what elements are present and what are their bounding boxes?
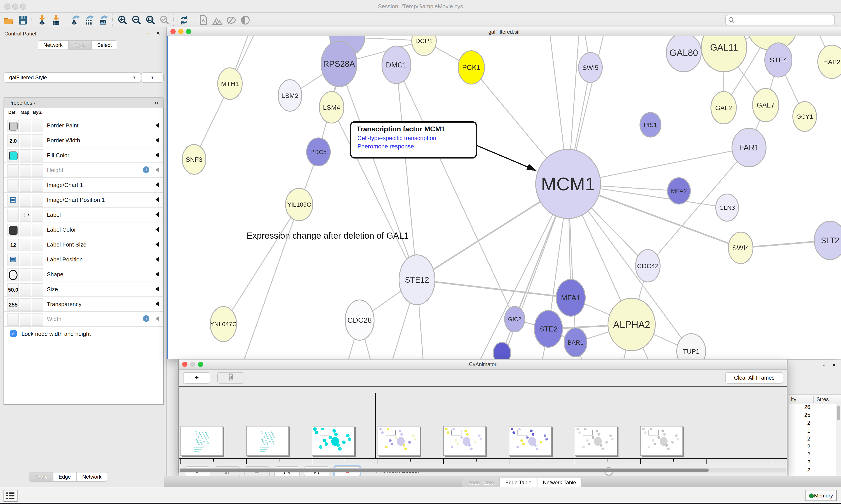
default-value-cell[interactable] (7, 313, 19, 326)
frame-thumbnail-3[interactable] (312, 426, 354, 456)
network-node-hap2[interactable]: HAP2 (818, 45, 841, 78)
network-node-swi5[interactable]: SWI5 (579, 53, 602, 82)
collapse-arrow-icon[interactable] (156, 316, 159, 321)
property-row-size[interactable]: 50.0Size (4, 282, 163, 297)
collapse-arrow-icon[interactable] (156, 301, 159, 307)
default-value-cell[interactable] (7, 268, 19, 281)
network-node-rps28a[interactable]: RPS28A (321, 41, 357, 87)
default-value-cell[interactable] (7, 209, 19, 221)
collapse-arrow-icon[interactable] (156, 286, 159, 292)
network-node-gal80[interactable]: GAL80 (666, 36, 701, 72)
delete-frame-button[interactable] (217, 372, 245, 383)
results-row[interactable]: 2 (789, 451, 841, 459)
bypass-cell[interactable] (32, 313, 43, 326)
tab-edge[interactable]: Edge (53, 472, 76, 482)
results-table-header[interactable]: ity Stres (789, 395, 841, 404)
frame-thumbnail-4[interactable] (378, 426, 420, 456)
import-network-icon[interactable] (37, 15, 47, 25)
network-node-ynl047c[interactable]: YNL047C (210, 307, 236, 342)
property-row-height[interactable]: Heighti (4, 163, 163, 178)
network-node-ste12[interactable]: STE12 (399, 255, 435, 305)
property-row-label-color[interactable]: Label Color (4, 222, 163, 237)
mapping-cell[interactable] (20, 268, 31, 281)
bypass-cell[interactable] (32, 209, 43, 221)
results-scrollbar[interactable] (836, 404, 841, 475)
bypass-cell[interactable] (32, 254, 43, 266)
network-node-mcm1[interactable]: MCM1 (536, 149, 601, 218)
properties-header[interactable]: Properties ▾ ≫ (3, 97, 164, 108)
info-icon[interactable]: i (143, 315, 149, 322)
network-node-gal11[interactable]: GAL11 (701, 36, 747, 72)
network-node-lsm4[interactable]: LSM4 (319, 91, 344, 123)
mapping-cell[interactable] (20, 298, 31, 311)
show-graphics-icon[interactable] (240, 15, 251, 25)
network-node-lsm2[interactable]: LSM2 (278, 80, 302, 111)
panel-window-buttons[interactable]: ▫ ✕ (147, 30, 163, 36)
bypass-cell[interactable] (32, 224, 43, 236)
zoom-in-icon[interactable] (118, 15, 128, 25)
frame-thumbnail-2[interactable] (246, 426, 289, 456)
tab-node[interactable]: Node (29, 472, 53, 482)
network-edge[interactable] (396, 65, 417, 280)
legend-icon[interactable] (212, 15, 222, 25)
network-node-mth1[interactable]: MTH1 (218, 68, 242, 100)
cyanimator-timeline[interactable]: 0123456789 Seconds (179, 386, 787, 464)
default-value-cell[interactable] (7, 179, 19, 192)
default-value-cell[interactable]: 12 (7, 239, 19, 251)
network-node-gic2[interactable]: GIC2 (505, 307, 525, 332)
network-edge[interactable] (223, 204, 299, 324)
network-node-alpha2[interactable]: ALPHA2 (608, 298, 655, 351)
add-frame-button[interactable]: + (183, 372, 210, 383)
mapping-cell[interactable]: ⋮› (20, 209, 31, 221)
mapping-cell[interactable] (20, 134, 31, 147)
default-value-cell[interactable] (7, 194, 19, 207)
collapse-arrow-icon[interactable] (156, 242, 159, 247)
network-node-slt2[interactable]: SLT2 (814, 221, 841, 260)
property-row-width[interactable]: Widthi (4, 312, 163, 327)
network-node-dcp1[interactable]: DCP1 (412, 36, 436, 56)
bypass-cell[interactable] (32, 164, 43, 177)
network-node-ste4[interactable]: STE4 (765, 43, 792, 77)
import-table-icon[interactable] (51, 15, 61, 25)
network-node-yil105c[interactable]: YIL105C (286, 188, 313, 221)
frame-thumbnail-6[interactable] (509, 426, 552, 456)
style-options-button[interactable]: ▼ (141, 72, 164, 83)
bypass-cell[interactable] (32, 194, 43, 207)
tab-style[interactable]: Style (68, 40, 91, 50)
frame-thumbnail-5[interactable] (443, 426, 486, 456)
network-node-pdc5[interactable]: PDC5 (307, 138, 330, 166)
property-row-image-chart-position-1[interactable]: Image/Chart Position 1 (4, 193, 163, 208)
network-node-pbot[interactable] (493, 342, 511, 359)
tab-edge-table[interactable]: Edge Table (500, 478, 537, 487)
network-edge[interactable] (417, 280, 571, 298)
mapping-cell[interactable] (20, 254, 31, 266)
collapse-arrow-icon[interactable] (156, 182, 159, 187)
property-row-border-paint[interactable]: Border Paint (4, 118, 163, 133)
results-window-buttons[interactable]: ▫ ✕ (823, 362, 839, 368)
bypass-cell[interactable] (32, 134, 43, 147)
results-row[interactable]: 26 (789, 404, 841, 412)
frame-thumbnail-8[interactable] (640, 426, 683, 456)
search-input[interactable] (726, 15, 835, 25)
annotation-link-2[interactable]: Pheromone response (357, 143, 414, 150)
network-node-pck1[interactable]: PCK1 (458, 51, 484, 84)
mapping-cell[interactable] (20, 283, 31, 296)
bypass-cell[interactable] (32, 120, 43, 132)
network-node-mfa2[interactable]: MFA2 (667, 178, 690, 204)
mapping-cell[interactable] (20, 164, 31, 177)
mapping-cell[interactable] (20, 239, 31, 251)
style-select[interactable]: galFiltered Style▼ (3, 72, 141, 83)
mapping-cell[interactable] (20, 149, 31, 162)
default-value-cell[interactable]: 2.0 (7, 134, 19, 147)
property-row-image-chart-1[interactable]: Image/Chart 1 (4, 178, 163, 193)
collapse-arrow-icon[interactable] (156, 257, 159, 262)
property-row-label-position[interactable]: Label Position (4, 252, 163, 267)
network-node-gcy1[interactable]: GCY1 (793, 102, 817, 131)
timeline-playhead[interactable] (375, 393, 376, 458)
network-node-cdc42[interactable]: CDC42 (636, 250, 660, 282)
frame-thumbnail-7[interactable] (575, 426, 617, 456)
results-row[interactable]: 2 (789, 436, 841, 444)
default-value-cell[interactable] (7, 120, 19, 132)
zoom-fit-icon[interactable] (145, 15, 156, 25)
info-icon[interactable]: i (143, 166, 149, 173)
